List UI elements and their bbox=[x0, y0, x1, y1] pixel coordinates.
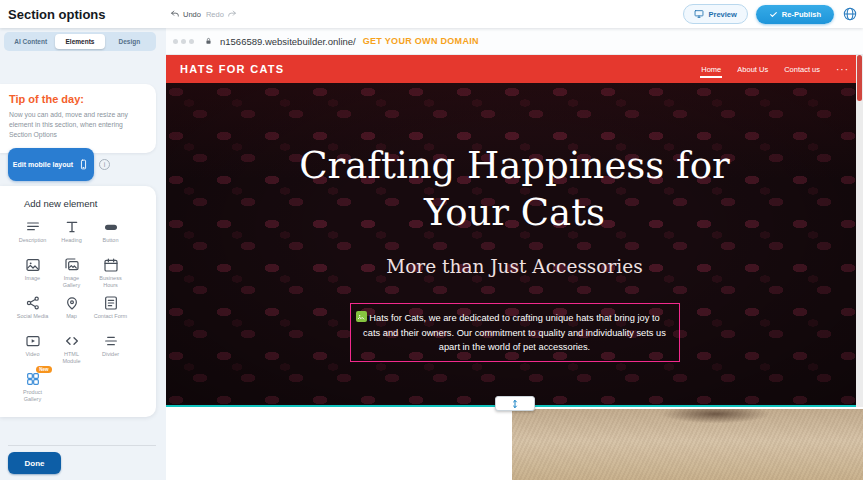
element-label: Button bbox=[103, 237, 119, 244]
nav-contact-us[interactable]: Contact us bbox=[784, 65, 820, 74]
element-grid: Description Heading Button Image Image G… bbox=[13, 219, 156, 409]
tab-design[interactable]: Design bbox=[105, 34, 154, 49]
hero-paragraph-selected[interactable]: Hats for Cats, we are dedicated to craft… bbox=[350, 303, 680, 362]
edit-mobile-label: Edit mobile layout bbox=[13, 161, 73, 168]
sidebar-tabs: AI Content Elements Design bbox=[4, 32, 156, 51]
mobile-phone-icon bbox=[78, 159, 89, 170]
monitor-icon bbox=[694, 9, 704, 19]
nav-about-us[interactable]: About Us bbox=[737, 65, 768, 74]
tip-of-the-day-card: Tip of the day: Now you can add, move an… bbox=[0, 84, 156, 153]
element-social-media[interactable]: Social Media bbox=[13, 295, 52, 333]
hero-subtitle[interactable]: More than Just Accessories bbox=[166, 256, 863, 277]
globe-icon bbox=[842, 6, 858, 22]
element-label: Business Hours bbox=[94, 275, 128, 289]
section-resize-handle[interactable] bbox=[495, 396, 535, 411]
republish-button[interactable]: Re-Publish bbox=[756, 5, 834, 24]
element-html-module[interactable]: HTML Module bbox=[52, 333, 91, 371]
history-controls: Undo Redo bbox=[170, 0, 237, 28]
nav-more-button[interactable]: ··· bbox=[836, 64, 849, 75]
divider-icon bbox=[103, 333, 119, 349]
site-nav: Home About Us Contact us ··· bbox=[701, 64, 849, 75]
redo-icon bbox=[227, 9, 237, 19]
description-icon bbox=[25, 219, 41, 235]
element-button[interactable]: Button bbox=[91, 219, 130, 257]
element-image-gallery[interactable]: Image Gallery bbox=[52, 257, 91, 295]
element-label: Map bbox=[66, 313, 77, 320]
site-url: n1566589.websitebuilder.online/ bbox=[220, 36, 356, 47]
hero-title-line1: Crafting Happiness for bbox=[299, 144, 729, 187]
html-module-icon bbox=[64, 333, 80, 349]
preview-scrollbar bbox=[856, 55, 863, 407]
hero-title[interactable]: Crafting Happiness for Your Cats bbox=[166, 83, 863, 236]
site-logo[interactable]: HATS FOR CATS bbox=[180, 63, 285, 75]
undo-button[interactable]: Undo bbox=[170, 9, 201, 19]
video-icon bbox=[25, 333, 41, 349]
lock-icon bbox=[204, 36, 213, 46]
topbar: Section options Undo Redo Preview Re-Pub… bbox=[0, 0, 863, 28]
sidebar-divider bbox=[8, 445, 156, 446]
element-label: Contact Form bbox=[94, 313, 127, 320]
element-label: Description bbox=[19, 237, 47, 244]
info-button[interactable]: i bbox=[99, 159, 110, 170]
edit-mobile-layout-button[interactable]: Edit mobile layout bbox=[8, 148, 94, 181]
undo-label: Undo bbox=[183, 10, 201, 19]
app-root: Section options Undo Redo Preview Re-Pub… bbox=[0, 0, 863, 480]
get-domain-link[interactable]: GET YOUR OWN DOMAIN bbox=[363, 36, 479, 46]
element-image[interactable]: Image bbox=[13, 257, 52, 295]
image-placeholder-icon bbox=[356, 311, 367, 322]
page-title: Section options bbox=[8, 7, 106, 22]
resize-vertical-icon bbox=[510, 399, 520, 409]
add-element-title: Add new element bbox=[24, 198, 156, 209]
done-button[interactable]: Done bbox=[8, 452, 61, 474]
element-label: Image bbox=[25, 275, 40, 282]
hero-section: Crafting Happiness for Your Cats More th… bbox=[166, 83, 863, 406]
button-icon bbox=[103, 219, 119, 235]
check-icon bbox=[769, 10, 778, 19]
window-dot bbox=[173, 39, 178, 44]
heading-icon bbox=[64, 219, 80, 235]
tip-body: Now you can add, move and resize any ele… bbox=[9, 110, 146, 141]
element-description[interactable]: Description bbox=[13, 219, 52, 257]
preview-button[interactable]: Preview bbox=[683, 4, 747, 24]
element-label: Social Media bbox=[17, 313, 49, 320]
map-icon bbox=[64, 295, 80, 311]
product-gallery-icon bbox=[25, 371, 41, 387]
element-contact-form[interactable]: Contact Form bbox=[91, 295, 130, 333]
tip-title: Tip of the day: bbox=[9, 93, 146, 105]
hero-paragraph-text: Hats for Cats, we are dedicated to craft… bbox=[363, 313, 666, 352]
tab-ai-content[interactable]: AI Content bbox=[6, 34, 55, 49]
product-gallery-icon-wrap: New bbox=[25, 371, 41, 387]
social-media-icon bbox=[25, 295, 41, 311]
hero-title-line2: Your Cats bbox=[424, 191, 605, 234]
element-map[interactable]: Map bbox=[52, 295, 91, 333]
hero-content: Crafting Happiness for Your Cats More th… bbox=[166, 83, 863, 362]
republish-label: Re-Publish bbox=[782, 10, 821, 19]
site-header: HATS FOR CATS Home About Us Contact us ·… bbox=[166, 55, 863, 83]
element-label: Video bbox=[26, 351, 40, 358]
element-label: Image Gallery bbox=[55, 275, 89, 289]
window-dot bbox=[181, 39, 186, 44]
element-label: Divider bbox=[102, 351, 119, 358]
tab-elements[interactable]: Elements bbox=[55, 34, 104, 49]
element-divider[interactable]: Divider bbox=[91, 333, 130, 371]
element-label: HTML Module bbox=[55, 351, 89, 365]
language-globe-button[interactable] bbox=[842, 6, 858, 22]
element-heading[interactable]: Heading bbox=[52, 219, 91, 257]
add-element-panel: Add new element Description Heading Butt… bbox=[0, 186, 156, 417]
element-business-hours[interactable]: Business Hours bbox=[91, 257, 130, 295]
new-badge: New bbox=[36, 366, 51, 373]
redo-button[interactable]: Redo bbox=[206, 9, 237, 19]
element-label: Heading bbox=[61, 237, 82, 244]
element-product-gallery[interactable]: New Product Gallery bbox=[13, 371, 52, 409]
scrollbar-thumb[interactable] bbox=[857, 55, 862, 101]
contact-form-icon bbox=[103, 295, 119, 311]
browser-bar: n1566589.websitebuilder.online/ GET YOUR… bbox=[166, 28, 863, 55]
image-gallery-icon bbox=[64, 257, 80, 273]
redo-label: Redo bbox=[206, 10, 224, 19]
topbar-actions: Preview Re-Publish bbox=[683, 0, 858, 28]
nav-home[interactable]: Home bbox=[701, 65, 721, 74]
next-section-image bbox=[512, 409, 863, 480]
sidebar: AI Content Elements Design Tip of the da… bbox=[0, 28, 166, 480]
element-label: Product Gallery bbox=[16, 389, 50, 403]
window-dot bbox=[189, 39, 194, 44]
